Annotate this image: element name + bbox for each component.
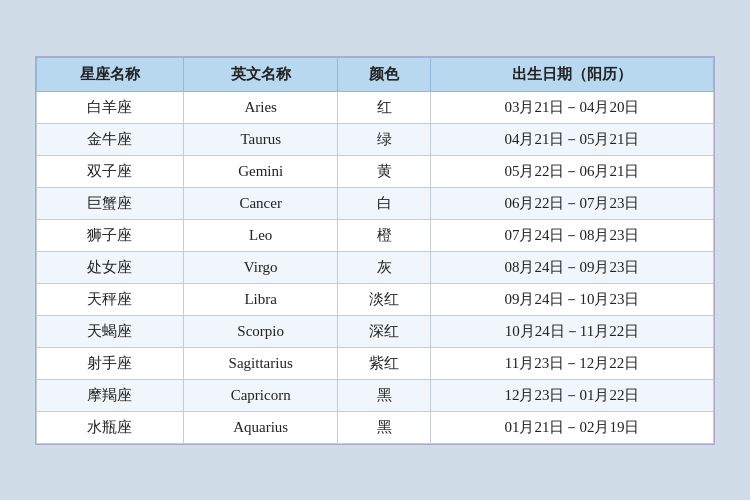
cell-chinese: 射手座 bbox=[37, 347, 184, 379]
table-row: 摩羯座Capricorn黑12月23日－01月22日 bbox=[37, 379, 714, 411]
table-row: 天秤座Libra淡红09月24日－10月23日 bbox=[37, 283, 714, 315]
cell-english: Aquarius bbox=[183, 411, 338, 443]
cell-english: Libra bbox=[183, 283, 338, 315]
cell-color: 黑 bbox=[338, 379, 431, 411]
cell-dates: 08月24日－09月23日 bbox=[430, 251, 713, 283]
table-row: 白羊座Aries红03月21日－04月20日 bbox=[37, 91, 714, 123]
cell-chinese: 巨蟹座 bbox=[37, 187, 184, 219]
zodiac-table-wrapper: 星座名称 英文名称 颜色 出生日期（阳历） 白羊座Aries红03月21日－04… bbox=[35, 56, 715, 445]
cell-color: 橙 bbox=[338, 219, 431, 251]
cell-dates: 04月21日－05月21日 bbox=[430, 123, 713, 155]
cell-dates: 12月23日－01月22日 bbox=[430, 379, 713, 411]
table-row: 双子座Gemini黄05月22日－06月21日 bbox=[37, 155, 714, 187]
cell-dates: 09月24日－10月23日 bbox=[430, 283, 713, 315]
cell-chinese: 处女座 bbox=[37, 251, 184, 283]
cell-color: 白 bbox=[338, 187, 431, 219]
cell-english: Aries bbox=[183, 91, 338, 123]
table-header-row: 星座名称 英文名称 颜色 出生日期（阳历） bbox=[37, 57, 714, 91]
cell-color: 淡红 bbox=[338, 283, 431, 315]
cell-color: 紫红 bbox=[338, 347, 431, 379]
cell-color: 黄 bbox=[338, 155, 431, 187]
cell-chinese: 天蝎座 bbox=[37, 315, 184, 347]
cell-color: 黑 bbox=[338, 411, 431, 443]
cell-dates: 03月21日－04月20日 bbox=[430, 91, 713, 123]
table-row: 射手座Sagittarius紫红11月23日－12月22日 bbox=[37, 347, 714, 379]
table-row: 处女座Virgo灰08月24日－09月23日 bbox=[37, 251, 714, 283]
table-row: 巨蟹座Cancer白06月22日－07月23日 bbox=[37, 187, 714, 219]
cell-color: 红 bbox=[338, 91, 431, 123]
cell-english: Gemini bbox=[183, 155, 338, 187]
cell-dates: 11月23日－12月22日 bbox=[430, 347, 713, 379]
col-header-english: 英文名称 bbox=[183, 57, 338, 91]
cell-color: 灰 bbox=[338, 251, 431, 283]
col-header-dates: 出生日期（阳历） bbox=[430, 57, 713, 91]
cell-english: Virgo bbox=[183, 251, 338, 283]
cell-chinese: 摩羯座 bbox=[37, 379, 184, 411]
cell-dates: 06月22日－07月23日 bbox=[430, 187, 713, 219]
cell-dates: 07月24日－08月23日 bbox=[430, 219, 713, 251]
cell-dates: 05月22日－06月21日 bbox=[430, 155, 713, 187]
cell-dates: 10月24日－11月22日 bbox=[430, 315, 713, 347]
cell-chinese: 天秤座 bbox=[37, 283, 184, 315]
cell-english: Taurus bbox=[183, 123, 338, 155]
cell-chinese: 狮子座 bbox=[37, 219, 184, 251]
table-body: 白羊座Aries红03月21日－04月20日金牛座Taurus绿04月21日－0… bbox=[37, 91, 714, 443]
cell-english: Capricorn bbox=[183, 379, 338, 411]
table-row: 狮子座Leo橙07月24日－08月23日 bbox=[37, 219, 714, 251]
zodiac-table: 星座名称 英文名称 颜色 出生日期（阳历） 白羊座Aries红03月21日－04… bbox=[36, 57, 714, 444]
cell-chinese: 金牛座 bbox=[37, 123, 184, 155]
cell-color: 绿 bbox=[338, 123, 431, 155]
cell-english: Sagittarius bbox=[183, 347, 338, 379]
cell-english: Scorpio bbox=[183, 315, 338, 347]
col-header-chinese: 星座名称 bbox=[37, 57, 184, 91]
cell-color: 深红 bbox=[338, 315, 431, 347]
cell-english: Cancer bbox=[183, 187, 338, 219]
table-row: 天蝎座Scorpio深红10月24日－11月22日 bbox=[37, 315, 714, 347]
cell-chinese: 水瓶座 bbox=[37, 411, 184, 443]
cell-dates: 01月21日－02月19日 bbox=[430, 411, 713, 443]
table-row: 水瓶座Aquarius黑01月21日－02月19日 bbox=[37, 411, 714, 443]
cell-chinese: 双子座 bbox=[37, 155, 184, 187]
col-header-color: 颜色 bbox=[338, 57, 431, 91]
cell-chinese: 白羊座 bbox=[37, 91, 184, 123]
cell-english: Leo bbox=[183, 219, 338, 251]
table-row: 金牛座Taurus绿04月21日－05月21日 bbox=[37, 123, 714, 155]
